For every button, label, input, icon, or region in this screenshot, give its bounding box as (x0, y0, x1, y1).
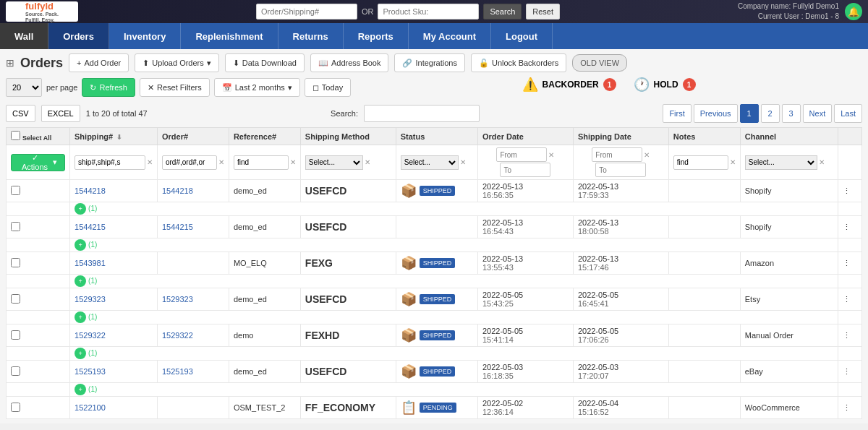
shipping-link[interactable]: 1544215 (75, 223, 106, 231)
nav-item-replenishment[interactable]: Replenishment (181, 23, 278, 49)
shipping-link[interactable]: 1544218 (75, 186, 106, 195)
excel-button[interactable]: EXCEL (41, 105, 80, 122)
filter-status-select[interactable]: Select... (401, 155, 459, 170)
order-link[interactable]: 1525193 (162, 367, 193, 376)
select-all-checkbox[interactable] (11, 131, 20, 140)
th-channel[interactable]: Channel (740, 128, 838, 145)
channel-cell: Amazon (740, 252, 838, 275)
nav-item-inventory[interactable]: Inventory (109, 23, 182, 49)
filter-order-input[interactable] (162, 155, 217, 170)
th-order[interactable]: Order# (157, 128, 229, 145)
filter-orderdate-from[interactable] (496, 147, 547, 162)
filter-channel-select[interactable]: Select... (745, 155, 817, 170)
row-checkbox[interactable] (11, 330, 20, 340)
hold-banner[interactable]: 🕐 HOLD 1 (634, 77, 696, 93)
csv-button[interactable]: CSV (6, 105, 35, 122)
filter-shipdate-from-clear[interactable]: ✕ (644, 151, 650, 159)
order-link[interactable]: 1529323 (162, 295, 193, 304)
pagination-page-3[interactable]: 3 (782, 104, 801, 123)
filter-channel-clear[interactable]: ✕ (819, 158, 825, 166)
refresh-button[interactable]: ↻ Refresh (82, 78, 135, 97)
th-notes[interactable]: Notes (668, 128, 740, 145)
th-shipping[interactable]: Shipping# ⬇ (70, 128, 158, 145)
count-circle[interactable]: + (75, 275, 86, 287)
count-circle[interactable]: + (75, 311, 86, 323)
top-search-button[interactable]: Search (483, 4, 522, 20)
filter-notes-input[interactable] (673, 155, 728, 170)
unlock-backorders-button[interactable]: 🔓 Unlock Backorders (471, 53, 566, 72)
order-link[interactable]: 1544218 (162, 186, 193, 195)
nav-item-wall[interactable]: Wall (0, 23, 48, 49)
date-filter-button[interactable]: 📅 Last 2 months ▾ (214, 78, 300, 97)
shipping-link[interactable]: 1522100 (75, 403, 106, 412)
shipping-link[interactable]: 1529322 (75, 331, 106, 340)
actions-dropdown-button[interactable]: ✓ Actions ▾ (11, 154, 65, 171)
filter-orderdate-to[interactable] (500, 163, 550, 177)
reset-filters-button[interactable]: ✕ Reset Filters (140, 78, 210, 97)
row-checkbox[interactable] (11, 186, 20, 195)
th-shipdate[interactable]: Shipping Date (573, 128, 668, 145)
row-checkbox[interactable] (11, 258, 20, 267)
filter-shipping-clear[interactable]: ✕ (147, 158, 153, 166)
nav-item-orders[interactable]: Orders (48, 23, 109, 49)
method-cell: FEXG (300, 252, 396, 275)
filter-shipdate-to[interactable] (595, 163, 646, 177)
upload-icon: ⬆ (142, 59, 149, 68)
row-sub-count: + (1) (70, 275, 838, 288)
pagination-page-1[interactable]: 1 (740, 104, 759, 123)
nav-item-reports[interactable]: Reports (344, 23, 409, 49)
add-order-button[interactable]: + Add Order (69, 53, 129, 72)
old-view-button[interactable]: OLD VIEW (572, 54, 627, 72)
nav-item-returns[interactable]: Returns (278, 23, 344, 49)
row-checkbox[interactable] (11, 403, 20, 412)
data-download-button[interactable]: ⬇ Data Download (225, 53, 305, 72)
today-button[interactable]: ◻ Today (305, 78, 351, 97)
backorder-banner[interactable]: ⚠️ BACKORDER 1 (522, 77, 616, 93)
upload-orders-button[interactable]: ⬆ Upload Orders ▾ (135, 53, 219, 72)
count-circle[interactable]: + (75, 348, 86, 359)
nav-item-logout[interactable]: Logout (491, 23, 553, 49)
th-method[interactable]: Shipping Method (300, 128, 396, 145)
order-link[interactable]: 1544215 (162, 223, 193, 231)
integrations-button[interactable]: 🔗 Integrations (394, 53, 464, 72)
pagination-previous[interactable]: Previous (694, 104, 738, 123)
notification-bell-icon[interactable]: 🔔 (845, 3, 862, 20)
shipping-link[interactable]: 1529323 (75, 295, 106, 304)
table-search-input[interactable] (364, 105, 480, 122)
pagination-page-2[interactable]: 2 (761, 104, 780, 123)
filter-method-clear[interactable]: ✕ (365, 158, 370, 166)
order-link[interactable]: 1529322 (162, 331, 193, 340)
filter-shipdate-from[interactable] (592, 147, 642, 162)
filter-shipping-input[interactable] (75, 155, 145, 170)
nav-item-my-account[interactable]: My Account (409, 23, 491, 49)
address-book-button[interactable]: 📖 Address Book (310, 53, 388, 72)
top-reset-button[interactable]: Reset (526, 4, 560, 20)
filter-reference-clear[interactable]: ✕ (290, 158, 296, 166)
row-checkbox[interactable] (11, 366, 20, 376)
th-reference[interactable]: Reference# (229, 128, 300, 145)
pagination-last[interactable]: Last (834, 104, 862, 123)
filter-method-select[interactable]: Select... (305, 155, 363, 170)
filter-shipping: ✕ (70, 145, 158, 180)
per-page-select[interactable]: 20 50 100 (6, 78, 42, 97)
filter-orderdate-from-clear[interactable]: ✕ (548, 151, 554, 159)
filter-order-clear[interactable]: ✕ (218, 158, 224, 166)
shipping-link[interactable]: 1543981 (75, 259, 106, 267)
order-date-cell: 2022-05-1316:56:35 (477, 180, 573, 202)
row-checkbox[interactable] (11, 222, 20, 231)
order-shipping-input[interactable] (256, 4, 357, 20)
filter-status-clear[interactable]: ✕ (460, 158, 466, 166)
shipping-link[interactable]: 1525193 (75, 367, 106, 376)
product-sku-input[interactable] (378, 4, 479, 20)
count-circle[interactable]: + (75, 239, 86, 251)
count-circle[interactable]: + (75, 203, 86, 215)
count-circle[interactable]: + (75, 384, 86, 395)
th-orderdate[interactable]: Order Date (477, 128, 573, 145)
pagination-next[interactable]: Next (803, 104, 833, 123)
reset-icon: ✕ (148, 83, 154, 93)
pagination-first[interactable]: First (663, 104, 691, 123)
row-checkbox[interactable] (11, 294, 20, 304)
filter-reference-input[interactable] (234, 155, 289, 170)
th-status[interactable]: Status (396, 128, 477, 145)
filter-notes-clear[interactable]: ✕ (730, 158, 736, 166)
